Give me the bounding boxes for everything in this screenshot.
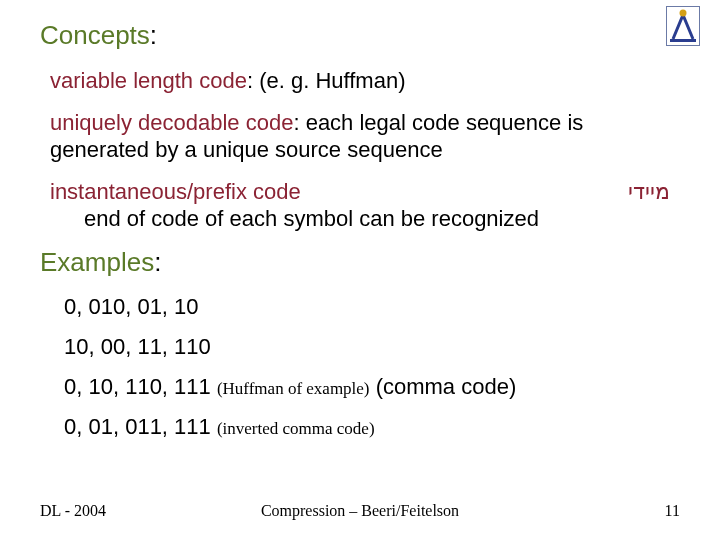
variable-length-term: variable length code <box>50 68 247 93</box>
variable-length-rest: : (e. g. Huffman) <box>247 68 406 93</box>
example-line-3-codes: 0, 10, 110, 111 <box>64 374 217 399</box>
examples-heading-text: Examples <box>40 247 154 277</box>
footer-center: Compression – Beeri/Feitelson <box>0 502 720 520</box>
examples-heading-colon: : <box>154 247 161 277</box>
uniquely-decodable-term: uniquely decodable code <box>50 110 293 135</box>
example-line-4: 0, 01, 011, 111 (inverted comma code) <box>64 414 680 440</box>
concepts-heading-text: Concepts <box>40 20 150 50</box>
slide: Concepts: variable length code: (e. g. H… <box>0 0 720 540</box>
prefix-code-block: instantaneous/prefix code מיידי end of c… <box>50 178 680 233</box>
example-line-2: 10, 00, 11, 110 <box>64 334 680 360</box>
heading-colon: : <box>150 20 157 50</box>
svg-point-1 <box>680 10 687 17</box>
examples-block: 0, 010, 01, 10 10, 00, 11, 110 0, 10, 11… <box>40 294 680 440</box>
example-line-4-note: (inverted comma code) <box>217 419 375 438</box>
svg-rect-2 <box>670 39 696 42</box>
prefix-code-row: instantaneous/prefix code מיידי <box>50 178 680 206</box>
prefix-code-sub: end of code of each symbol can be recogn… <box>84 205 680 233</box>
example-line-4-codes: 0, 01, 011, 111 <box>64 414 217 439</box>
slide-number: 11 <box>665 502 680 520</box>
example-line-3-note1: (Huffman of example) <box>217 379 370 398</box>
concepts-heading: Concepts: <box>40 20 680 51</box>
examples-heading: Examples: <box>40 247 680 278</box>
prefix-code-term: instantaneous/prefix code <box>50 178 301 206</box>
example-line-3-note2: (comma code) <box>370 374 517 399</box>
uniquely-decodable-line: uniquely decodable code: each legal code… <box>50 109 680 164</box>
example-line-3: 0, 10, 110, 111 (Huffman of example) (co… <box>64 374 680 400</box>
footer: Compression – Beeri/Feitelson DL - 2004 … <box>0 502 720 520</box>
variable-length-line: variable length code: (e. g. Huffman) <box>50 67 680 95</box>
prefix-code-hebrew: מיידי <box>628 178 670 206</box>
institution-logo <box>666 6 700 46</box>
example-line-1: 0, 010, 01, 10 <box>64 294 680 320</box>
